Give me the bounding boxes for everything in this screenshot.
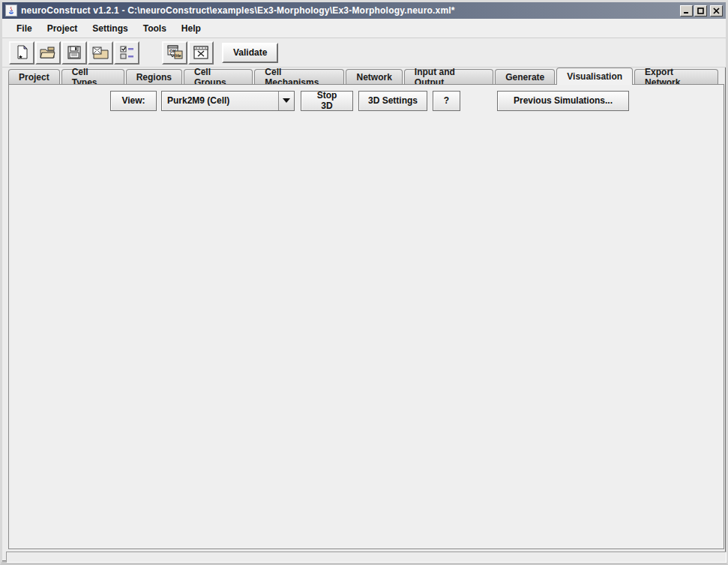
tab-cell-mechanisms[interactable]: Cell Mechanisms (254, 69, 344, 85)
status-bar (6, 551, 727, 563)
close-windows-button[interactable] (188, 41, 214, 65)
close-windows-icon (192, 44, 210, 62)
menu-bar: File Project Settings Tools Help (2, 19, 726, 38)
help-button[interactable]: ? (433, 91, 460, 111)
new-project-icon (13, 44, 30, 61)
preferences-icon (118, 44, 135, 61)
tab-export-network[interactable]: Export Network (634, 69, 718, 85)
window-title: neuroConstruct v1.2.1 - C:\neuroConstruc… (21, 5, 680, 16)
menu-file[interactable]: File (10, 20, 39, 37)
maximize-button[interactable] (694, 5, 707, 17)
tab-project[interactable]: Project (8, 69, 60, 85)
app-window: neuroConstruct v1.2.1 - C:\neuroConstruc… (0, 0, 728, 565)
validate-button[interactable]: Validate (222, 43, 278, 63)
stop-3d-button[interactable]: Stop 3D (301, 91, 353, 111)
main-toolbar: OK He Validate (2, 38, 726, 68)
new-project-button[interactable] (9, 41, 34, 65)
cell-selector-combobox[interactable]: Purk2M9 (Cell) (161, 91, 295, 111)
message-dialogs-button[interactable]: OK He (162, 41, 187, 65)
3d-settings-button[interactable]: 3D Settings (358, 91, 427, 111)
java-app-icon (5, 5, 17, 17)
save-project-icon (66, 44, 82, 61)
import-project-button[interactable] (88, 41, 113, 65)
visualisation-panel (8, 84, 724, 549)
open-project-icon (39, 44, 57, 61)
view-button[interactable]: View: (110, 91, 157, 111)
tab-cell-groups[interactable]: Cell Groups (184, 69, 253, 85)
svg-text:He: He (175, 53, 181, 58)
tab-regions[interactable]: Regions (126, 69, 182, 85)
menu-project[interactable]: Project (40, 20, 85, 37)
tab-input-and-output[interactable]: Input and Output (404, 69, 493, 85)
menu-tools[interactable]: Tools (136, 20, 173, 37)
preferences-button[interactable] (114, 41, 139, 65)
view-toolbar: View: Purk2M9 (Cell) Stop 3D 3D Settings… (11, 88, 721, 113)
previous-simulations-button[interactable]: Previous Simulations... (497, 91, 629, 111)
menu-help[interactable]: Help (175, 20, 208, 37)
message-dialogs-icon: OK He (166, 44, 184, 62)
tab-bar: Project Cell Types Regions Cell Groups C… (8, 68, 720, 85)
close-button[interactable] (710, 5, 723, 17)
menu-settings[interactable]: Settings (85, 20, 134, 37)
tab-cell-types[interactable]: Cell Types (61, 69, 124, 85)
open-project-button[interactable] (35, 41, 61, 65)
chevron-down-icon[interactable] (278, 92, 294, 110)
import-project-icon (91, 44, 109, 61)
tab-network[interactable]: Network (346, 69, 402, 85)
cell-selector-value: Purk2M9 (Cell) (162, 92, 278, 110)
tab-generate[interactable]: Generate (495, 69, 555, 85)
title-bar[interactable]: neuroConstruct v1.2.1 - C:\neuroConstruc… (2, 2, 726, 19)
minimize-button[interactable] (680, 5, 693, 17)
tab-visualisation[interactable]: Visualisation (556, 68, 633, 85)
save-project-button[interactable] (61, 41, 87, 65)
